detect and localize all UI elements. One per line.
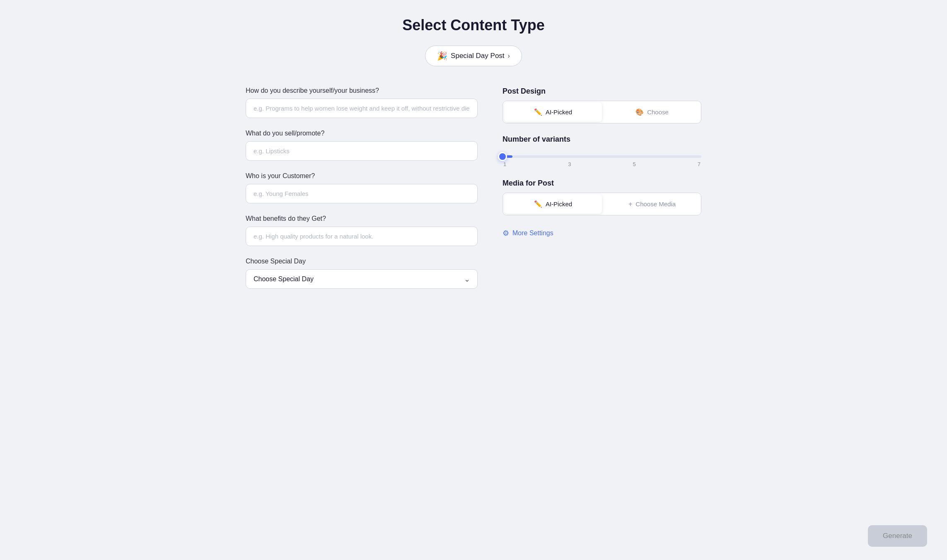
- field-benefits: What benefits do they Get?: [246, 215, 478, 246]
- post-design-choose-btn[interactable]: 🎨 Choose: [603, 101, 701, 123]
- choose-icon: 🎨: [635, 108, 644, 116]
- label-special-day: Choose Special Day: [246, 258, 478, 265]
- breadcrumb-label: Special Day Post: [451, 52, 504, 60]
- media-title: Media for Post: [502, 179, 701, 188]
- variants-section: Number of variants 1 3 5 7: [502, 135, 701, 167]
- field-customer: Who is your Customer?: [246, 172, 478, 203]
- variants-title: Number of variants: [502, 135, 701, 144]
- label-benefits: What benefits do they Get?: [246, 215, 478, 222]
- generate-button[interactable]: Generate: [868, 525, 927, 547]
- slider-thumb[interactable]: [498, 152, 507, 161]
- slider-label-1: 1: [503, 161, 506, 167]
- post-design-choose-label: Choose: [647, 109, 669, 116]
- label-business-description: How do you describe yourself/your busine…: [246, 87, 478, 94]
- post-design-section: Post Design ✏️ AI-Picked 🎨 Choose: [502, 87, 701, 123]
- slider-label-5: 5: [633, 161, 636, 167]
- more-settings-button[interactable]: ⚙ More Settings: [502, 227, 553, 239]
- right-column: Post Design ✏️ AI-Picked 🎨 Choose Number…: [502, 87, 701, 289]
- input-benefits[interactable]: [246, 227, 478, 246]
- media-ai-picked-label: AI-Picked: [546, 200, 572, 208]
- post-design-toggle-group: ✏️ AI-Picked 🎨 Choose: [502, 101, 701, 123]
- field-business-description: How do you describe yourself/your busine…: [246, 87, 478, 118]
- media-choose-label: Choose Media: [635, 200, 676, 208]
- breadcrumb-chevron: ›: [508, 52, 510, 60]
- slider-track[interactable]: [502, 155, 701, 158]
- slider-label-7: 7: [698, 161, 701, 167]
- post-design-ai-picked-btn[interactable]: ✏️ AI-Picked: [504, 102, 602, 122]
- media-plus-icon: +: [628, 200, 632, 208]
- input-business-description[interactable]: [246, 99, 478, 118]
- page-title: Select Content Type: [246, 17, 701, 34]
- more-settings-label: More Settings: [512, 229, 553, 237]
- select-wrapper-special-day: Choose Special Day ⌄: [246, 269, 478, 289]
- slider-label-3: 3: [568, 161, 571, 167]
- generate-btn-wrapper: Generate: [868, 525, 927, 547]
- media-toggle-group: ✏️ AI-Picked + Choose Media: [502, 193, 701, 215]
- breadcrumb-pill[interactable]: 🎉 Special Day Post ›: [425, 46, 522, 66]
- variants-slider-container: 1 3 5 7: [502, 152, 701, 167]
- slider-labels: 1 3 5 7: [502, 161, 701, 167]
- more-settings-section: ⚙ More Settings: [502, 227, 701, 239]
- input-sell-promote[interactable]: [246, 141, 478, 161]
- field-sell-promote: What do you sell/promote?: [246, 130, 478, 161]
- media-ai-icon: ✏️: [534, 200, 542, 208]
- post-design-ai-picked-label: AI-Picked: [546, 109, 572, 116]
- ai-picked-icon: ✏️: [534, 108, 542, 116]
- select-special-day[interactable]: Choose Special Day: [246, 269, 478, 289]
- field-special-day: Choose Special Day Choose Special Day ⌄: [246, 258, 478, 289]
- media-ai-picked-btn[interactable]: ✏️ AI-Picked: [504, 194, 602, 214]
- left-column: How do you describe yourself/your busine…: [246, 87, 478, 289]
- label-customer: Who is your Customer?: [246, 172, 478, 180]
- settings-icon: ⚙: [502, 229, 509, 238]
- label-sell-promote: What do you sell/promote?: [246, 130, 478, 137]
- post-design-title: Post Design: [502, 87, 701, 96]
- input-customer[interactable]: [246, 184, 478, 203]
- party-icon: 🎉: [437, 51, 447, 61]
- media-section: Media for Post ✏️ AI-Picked + Choose Med…: [502, 179, 701, 215]
- media-choose-btn[interactable]: + Choose Media: [603, 193, 701, 215]
